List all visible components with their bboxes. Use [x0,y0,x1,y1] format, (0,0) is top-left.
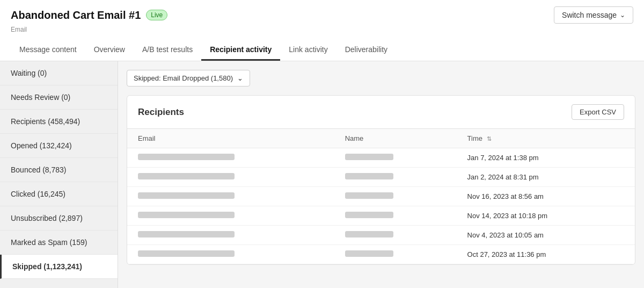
title-row: Abandoned Cart Email #1 Live Switch mess… [11,6,633,26]
chevron-down-icon: ⌄ [620,11,625,19]
sidebar-item-opened[interactable]: Opened (132,424) [0,134,118,158]
email-cell [127,245,334,264]
table-row: Nov 14, 2023 at 10:18 pm [127,206,635,226]
sidebar-item-clicked[interactable]: Clicked (16,245) [0,182,118,206]
email-cell [127,206,334,226]
email-cell [127,226,334,245]
table-row: Oct 27, 2023 at 11:36 pm [127,245,635,264]
recipients-table: Email Name Time ⇅ Jan 7, 2024 at 1:38 pm… [127,129,635,264]
sidebar: Waiting (0) Needs Review (0) Recipients … [0,61,118,288]
page-title: Abandoned Cart Email #1 [11,9,141,21]
tab-link-activity[interactable]: Link activity [280,40,336,61]
email-subtitle: Email [11,26,633,38]
sidebar-item-waiting[interactable]: Waiting (0) [0,61,118,85]
time-cell: Nov 4, 2023 at 10:05 am [457,226,635,245]
email-blurred [138,154,235,160]
name-cell [334,168,457,187]
tab-ab-test-results[interactable]: A/B test results [134,40,201,61]
right-panel: Skipped: Email Dropped (1,580) ⌄ Recipie… [118,61,644,288]
email-blurred [138,173,235,179]
email-blurred [138,250,235,257]
recipients-card: Recipients Export CSV Email Name Time [127,95,635,265]
main-content: Waiting (0) Needs Review (0) Recipients … [0,61,644,288]
name-cell [334,226,457,245]
sidebar-item-skipped[interactable]: Skipped (1,123,241) [0,255,118,279]
top-header: Abandoned Cart Email #1 Live Switch mess… [0,0,644,61]
time-cell: Nov 16, 2023 at 8:56 am [457,187,635,206]
name-blurred [345,154,393,160]
name-blurred [345,212,393,218]
filter-label: Skipped: Email Dropped (1,580) [134,74,233,82]
table-row: Nov 16, 2023 at 8:56 am [127,187,635,206]
name-cell [334,206,457,226]
sidebar-item-recipients[interactable]: Recipients (458,494) [0,110,118,134]
sidebar-item-unsubscribed[interactable]: Unsubscribed (2,897) [0,206,118,231]
recipients-header: Recipients Export CSV [127,96,635,129]
time-cell: Jan 2, 2024 at 8:31 pm [457,168,635,187]
time-cell: Oct 27, 2023 at 11:36 pm [457,245,635,264]
email-blurred [138,231,235,237]
table-row: Jan 2, 2024 at 8:31 pm [127,168,635,187]
tab-overview[interactable]: Overview [85,40,134,61]
time-cell: Nov 14, 2023 at 10:18 pm [457,206,635,226]
email-blurred [138,192,235,199]
col-email: Email [127,129,334,148]
switch-message-button[interactable]: Switch message ⌄ [554,6,633,24]
name-blurred [345,231,393,237]
sidebar-item-needs-review[interactable]: Needs Review (0) [0,85,118,110]
tabs-nav: Message content Overview A/B test result… [11,40,633,61]
switch-message-label: Switch message [562,11,617,19]
email-blurred [138,212,235,218]
export-csv-button[interactable]: Export CSV [572,104,624,120]
name-blurred [345,192,393,199]
filter-row: Skipped: Email Dropped (1,580) ⌄ [127,70,635,87]
live-badge: Live [146,10,167,20]
name-cell [334,187,457,206]
name-cell [334,148,457,168]
col-time[interactable]: Time ⇅ [457,129,635,148]
sort-icon[interactable]: ⇅ [487,135,492,142]
tab-message-content[interactable]: Message content [11,40,85,61]
filter-chevron-icon: ⌄ [237,74,243,82]
email-cell [127,168,334,187]
table-row: Jan 7, 2024 at 1:38 pm [127,148,635,168]
time-cell: Jan 7, 2024 at 1:38 pm [457,148,635,168]
col-name: Name [334,129,457,148]
table-row: Nov 4, 2023 at 10:05 am [127,226,635,245]
email-cell [127,187,334,206]
tab-recipient-activity[interactable]: Recipient activity [201,40,280,61]
title-left: Abandoned Cart Email #1 Live [11,9,167,21]
table-header-row: Email Name Time ⇅ [127,129,635,148]
recipients-title: Recipients [138,107,184,118]
filter-dropdown[interactable]: Skipped: Email Dropped (1,580) ⌄ [127,70,250,87]
tab-deliverability[interactable]: Deliverability [336,40,396,61]
name-cell [334,245,457,264]
sidebar-item-marked-as-spam[interactable]: Marked as Spam (159) [0,231,118,255]
email-cell [127,148,334,168]
name-blurred [345,250,393,257]
sidebar-item-bounced[interactable]: Bounced (8,783) [0,158,118,182]
name-blurred [345,173,393,179]
